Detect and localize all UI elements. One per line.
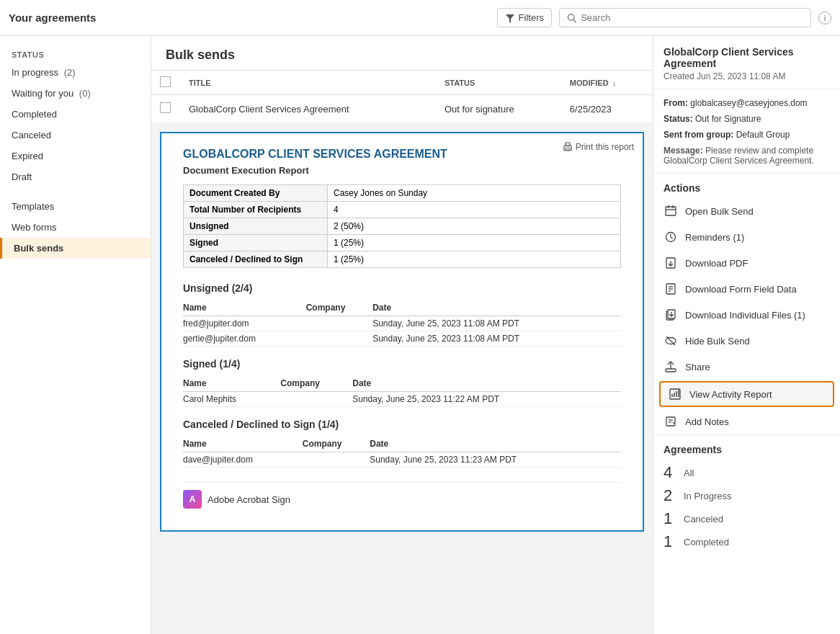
print-icon [563, 142, 573, 152]
search-input[interactable] [581, 12, 803, 23]
person-name: dave@jupiter.dom [183, 452, 303, 468]
activity-report-icon [668, 387, 682, 401]
action-label: Open Bulk Send [685, 206, 754, 217]
unsigned-row: gertie@jupiter.dom Sunday, June 25, 2023… [183, 331, 621, 347]
stat-label: All [684, 468, 694, 478]
clock-icon [663, 230, 678, 244]
sidebar-item-web-forms[interactable]: Web forms [0, 217, 151, 238]
acrobat-brand-name: Adobe Acrobat Sign [207, 494, 290, 505]
stat-num: 1 [663, 509, 678, 528]
action-hide-bulk-send[interactable]: Hide Bulk Send [653, 328, 840, 354]
center-content: Bulk sends TITLE STATUS MODIFIED ↓ [151, 36, 653, 634]
actions-section-title: Actions [653, 174, 840, 198]
filter-button[interactable]: Filters [497, 8, 552, 27]
main-layout: STATUS In progress (2) Waiting for you (… [0, 36, 840, 634]
col-company: Company [303, 436, 370, 452]
status-value: Out for Signature [695, 114, 761, 124]
summary-row: Total Number of Recipients 4 [184, 202, 621, 218]
right-panel-title: GlobalCorp Client Services Agreement [663, 46, 830, 69]
summary-value: 1 (25%) [328, 251, 621, 268]
agreement-title: GlobalCorp Client Services Agreement [180, 95, 436, 123]
doc-subtitle: Document Execution Report [183, 165, 621, 176]
person-name: Carol Mephits [183, 392, 280, 407]
sidebar-item-canceled[interactable]: Canceled [0, 125, 151, 146]
right-panel-created: Created Jun 25, 2023 11:08 AM [663, 71, 830, 81]
col-name: Name [183, 300, 306, 316]
hide-icon [663, 334, 678, 348]
action-label: Hide Bulk Send [685, 336, 750, 347]
signed-row: Carol Mephits Sunday, June 25, 2023 11:2… [183, 392, 621, 407]
person-date: Sunday, June 25, 2023 11:08 AM PDT [372, 331, 621, 347]
sidebar-item-label: Bulk sends [14, 243, 63, 254]
action-download-form-field[interactable]: Download Form Field Data [653, 276, 840, 302]
canceled-table: Name Company Date dave@jupiter.dom Sunda… [183, 436, 621, 468]
action-reminders[interactable]: Reminders (1) [653, 224, 840, 250]
person-company [280, 392, 352, 407]
sidebar-item-templates[interactable]: Templates [0, 196, 151, 217]
action-open-bulk-send[interactable]: Open Bulk Send [653, 198, 840, 224]
summary-label: Signed [184, 235, 328, 251]
svg-rect-24 [666, 369, 676, 372]
col-company: Company [306, 300, 372, 316]
top-bar: Your agreements Filters i [0, 0, 840, 36]
acrobat-footer: A Adobe Acrobat Sign [183, 482, 621, 509]
agreement-status: Out for signature [436, 95, 561, 123]
sent-from-value: Default Group [736, 130, 790, 140]
action-share[interactable]: Share [653, 354, 840, 380]
status-section-label: STATUS [0, 45, 151, 62]
message-label: Message: [663, 146, 703, 156]
download-form-icon [663, 282, 678, 296]
sidebar-item-count: (0) [76, 88, 91, 99]
row-checkbox[interactable] [160, 102, 171, 113]
svg-marker-0 [506, 14, 514, 22]
filter-icon [505, 13, 515, 23]
summary-value: Casey Jones on Sunday [328, 185, 621, 202]
col-date: Date [370, 436, 621, 452]
action-label: Download PDF [685, 258, 748, 269]
right-panel: GlobalCorp Client Services Agreement Cre… [653, 36, 840, 634]
sidebar-item-in-progress[interactable]: In progress (2) [0, 62, 151, 83]
sidebar-item-waiting-for-you[interactable]: Waiting for you (0) [0, 83, 151, 104]
print-button[interactable]: Print this report [563, 142, 634, 152]
action-label: Add Notes [685, 416, 729, 427]
sidebar-item-draft[interactable]: Draft [0, 166, 151, 187]
action-add-notes[interactable]: Add Notes [653, 408, 840, 434]
stat-all: 4 All [663, 461, 830, 484]
action-label: Download Individual Files (1) [685, 310, 805, 321]
action-download-individual[interactable]: Download Individual Files (1) [653, 302, 840, 328]
select-all-checkbox[interactable] [160, 76, 171, 87]
svg-rect-31 [666, 417, 675, 426]
sidebar-item-expired[interactable]: Expired [0, 146, 151, 166]
sidebar-item-label: Expired [12, 151, 43, 161]
svg-rect-6 [666, 207, 676, 215]
status-field: Status: Out for Signature [653, 111, 840, 127]
col-name: Name [183, 375, 280, 392]
table-row[interactable]: GlobalCorp Client Services Agreement Out… [151, 95, 653, 123]
summary-label: Unsigned [184, 218, 328, 235]
action-view-activity-report[interactable]: View Activity Report [659, 381, 834, 407]
sent-from-field: Sent from group: Default Group [653, 127, 840, 143]
sidebar-item-label: Templates [12, 201, 54, 212]
unsigned-table: Name Company Date fred@jupiter.dom Sunda… [183, 300, 621, 347]
person-name: fred@jupiter.dom [183, 316, 306, 331]
sidebar-item-completed[interactable]: Completed [0, 104, 151, 125]
bulk-sends-header: Bulk sends [151, 36, 653, 71]
sort-icon: ↓ [612, 79, 617, 87]
search-icon [567, 13, 576, 23]
summary-row: Document Created By Casey Jones on Sunda… [184, 185, 621, 202]
summary-value: 2 (50%) [328, 218, 621, 235]
person-company [306, 331, 372, 347]
file-open-icon [663, 204, 678, 218]
sidebar-item-label: Web forms [12, 222, 57, 233]
canceled-row: dave@jupiter.dom Sunday, June 25, 2023 1… [183, 452, 621, 468]
from-label: From: [663, 98, 688, 108]
sidebar-item-bulk-sends[interactable]: Bulk sends [0, 238, 151, 259]
agreements-table: TITLE STATUS MODIFIED ↓ GlobalCorp Clien… [151, 71, 653, 123]
action-download-pdf[interactable]: Download PDF [653, 250, 840, 276]
info-icon[interactable]: i [818, 12, 831, 24]
search-box[interactable] [559, 8, 811, 27]
summary-row: Signed 1 (25%) [184, 235, 621, 251]
sidebar-item-label: Canceled [12, 130, 51, 140]
doc-main-title: GLOBALCORP CLIENT SERVICES AGREEMENT [183, 148, 621, 161]
stat-completed: 1 Completed [663, 530, 830, 553]
